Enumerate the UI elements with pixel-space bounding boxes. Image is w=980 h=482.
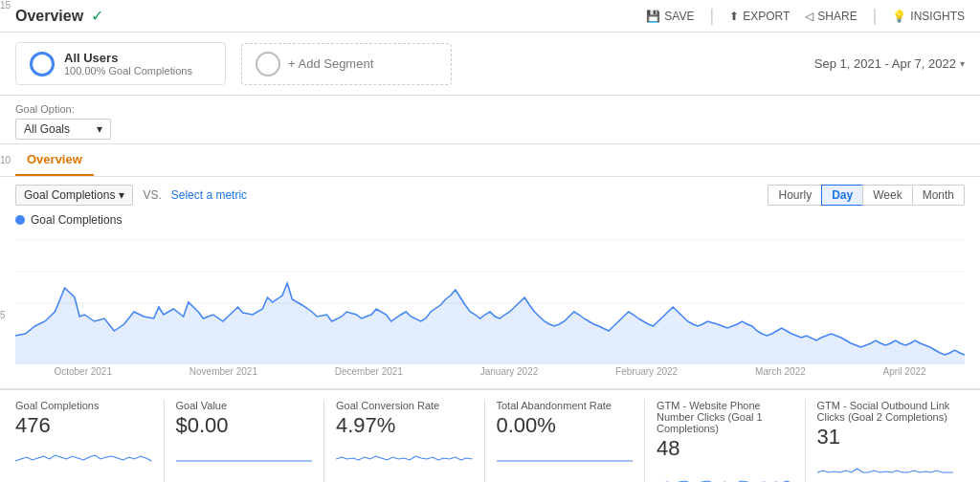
header: Overview ✓ 💾 SAVE | ⬆ EXPORT ◁ SHARE | 💡… [0,0,980,33]
x-label-oct: October 2021 [54,366,112,377]
vs-label: VS. [143,188,161,202]
x-axis-labels: October 2021 November 2021 December 2021… [15,366,965,377]
date-range-label: Sep 1, 2021 - Apr 7, 2022 [814,56,956,71]
add-segment-label: + Add Segment [288,56,373,71]
goal-option-label: Goal Option: [15,103,965,115]
stat-value-2: 4.97% [336,413,473,438]
x-label-feb: February 2022 [615,366,678,377]
stat-mini-chart-1 [176,442,313,465]
time-btn-day[interactable]: Day [821,185,862,206]
segment-name: All Users [64,51,192,65]
header-left: Overview ✓ [15,7,103,25]
x-label-dec: December 2021 [335,366,403,377]
legend-label: Goal Completions [31,213,122,227]
export-button[interactable]: ⬆ EXPORT [729,10,790,23]
time-btn-month[interactable]: Month [912,185,965,206]
time-btn-week[interactable]: Week [862,185,911,206]
export-icon: ⬆ [729,10,739,23]
stat-label-0: Goal Completions [15,400,152,411]
stat-social-clicks: GTM - Social Outbound Link Clicks (Goal … [806,400,966,482]
stat-mini-chart-4 [657,465,793,482]
tab-overview[interactable]: Overview [15,144,94,176]
stat-label-5: GTM - Social Outbound Link Clicks (Goal … [817,400,954,423]
x-label-mar: March 2022 [755,366,806,377]
stat-value-4: 48 [657,436,793,461]
chart-controls: Goal Completions ▾ VS. Select a metric H… [15,185,965,206]
save-button[interactable]: 💾 SAVE [646,10,694,23]
stats-row: Goal Completions 476 Goal Value $0.00 Go… [0,388,980,482]
metric-dropdown-arrow: ▾ [119,188,124,202]
y-label-15: 15 [0,0,21,11]
insights-icon: 💡 [892,10,906,23]
stat-conversion-rate: Goal Conversion Rate 4.97% [324,400,485,482]
time-buttons: Hourly Day Week Month [768,185,965,206]
stat-abandonment-rate: Total Abandonment Rate 0.00% [485,400,646,482]
stat-label-3: Total Abandonment Rate [497,400,634,411]
share-icon: ◁ [805,10,813,23]
x-label-nov: November 2021 [189,366,257,377]
segment-sub: 100.00% Goal Completions [64,65,192,77]
chart-svg-wrapper: October 2021 November 2021 December 2021… [15,230,965,377]
stat-value-5: 31 [817,425,954,449]
y-label-10: 10 [0,155,21,165]
x-label-jan: January 2022 [480,366,539,377]
chart-controls-left: Goal Completions ▾ VS. Select a metric [15,185,247,206]
stat-phone-clicks: GTM - Website Phone Number Clicks (Goal … [645,400,806,482]
stat-mini-chart-2 [336,442,473,465]
chart-area: Goal Completions ▾ VS. Select a metric H… [0,177,980,384]
segment-circle [30,52,55,77]
goal-option-value: All Goals [24,122,70,136]
stat-label-1: Goal Value [176,400,313,411]
metric-label: Goal Completions [24,188,115,202]
stat-value-3: 0.00% [497,413,634,438]
page-title: Overview [15,8,83,25]
header-actions: 💾 SAVE | ⬆ EXPORT ◁ SHARE | 💡 INSIGHTS [646,6,965,26]
chart-svg [15,230,965,364]
date-range-picker[interactable]: Sep 1, 2021 - Apr 7, 2022 ▾ [814,56,965,71]
goal-option-dropdown[interactable]: All Goals ▾ [15,119,111,140]
add-segment-button[interactable]: + Add Segment [241,43,452,85]
stat-value-1: $0.00 [176,413,313,438]
time-btn-hourly[interactable]: Hourly [768,185,821,206]
x-label-apr: April 2022 [883,366,926,377]
add-segment-circle [256,52,280,77]
share-button[interactable]: ◁ SHARE [805,10,857,23]
stat-value-0: 476 [15,413,152,438]
stat-mini-chart-5 [817,453,954,476]
stat-mini-chart-0 [15,442,152,465]
goal-option-arrow: ▾ [97,122,102,136]
metric-dropdown[interactable]: Goal Completions ▾ [15,185,133,206]
select-metric-link[interactable]: Select a metric [171,188,247,202]
stat-mini-chart-3 [497,442,634,465]
tabs-row: Overview [0,144,980,177]
stat-label-2: Goal Conversion Rate [336,400,473,411]
check-icon: ✓ [91,7,103,25]
save-icon: 💾 [646,10,660,23]
goal-option-row: Goal Option: All Goals ▾ [0,96,980,144]
chart-container: 15 10 5 October 2021 November 2021 Decem… [15,230,965,377]
segment-info: All Users 100.00% Goal Completions [64,51,192,77]
stat-goal-completions: Goal Completions 476 [15,400,165,482]
chart-legend: Goal Completions [15,213,965,227]
date-range-arrow: ▾ [960,58,965,69]
stat-label-4: GTM - Website Phone Number Clicks (Goal … [657,400,793,434]
segments-left: All Users 100.00% Goal Completions + Add… [15,42,452,85]
segment-all-users[interactable]: All Users 100.00% Goal Completions [15,42,226,85]
stat-goal-value: Goal Value $0.00 [165,400,325,482]
insights-button[interactable]: 💡 INSIGHTS [892,10,965,23]
segments-row: All Users 100.00% Goal Completions + Add… [0,33,980,96]
